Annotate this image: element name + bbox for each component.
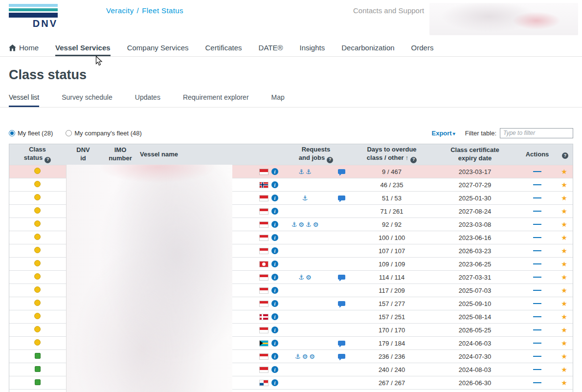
info-icon[interactable]: i: [271, 168, 278, 175]
gear-icon[interactable]: ⚙: [302, 353, 308, 360]
table-row[interactable]: i ⚓⚙⚓⚙ 92 / 92 2023-03-08 ★: [9, 218, 573, 231]
comment-icon[interactable]: [338, 301, 345, 306]
comment-icon[interactable]: [338, 354, 345, 359]
favorite-star-icon[interactable]: ★: [561, 366, 567, 373]
info-icon[interactable]: i: [271, 313, 278, 320]
column-header-dnv-id[interactable]: DNV id: [66, 146, 101, 163]
help-icon[interactable]: ?: [562, 152, 568, 159]
column-header-requests-jobs[interactable]: Requests and jobs?: [279, 146, 353, 163]
anchor-icon[interactable]: ⚓: [291, 221, 297, 228]
tab-requirement-explorer[interactable]: Requirement explorer: [183, 93, 249, 107]
favorite-star-icon[interactable]: ★: [561, 194, 567, 202]
favorite-star-icon[interactable]: ★: [561, 326, 567, 334]
contacts-and-support-link[interactable]: Contacts and Support: [353, 6, 424, 15]
actions-menu-icon[interactable]: [533, 316, 541, 317]
table-row[interactable]: i 100 / 100 2023-06-16 ★: [9, 231, 573, 244]
column-header-days-overdue[interactable]: Days to overdue class / other↑?: [353, 146, 431, 163]
table-row[interactable]: i 109 / 109 2023-06-25 ★: [9, 257, 573, 270]
nav-item-decarbonization[interactable]: Decarbonization: [341, 44, 394, 56]
table-row[interactable]: i 267 / 267 2026-06-30 ★: [9, 376, 573, 389]
tab-updates[interactable]: Updates: [135, 93, 160, 107]
tab-map[interactable]: Map: [271, 93, 285, 107]
column-header-vessel-name[interactable]: Vessel name: [140, 151, 233, 159]
nav-item-orders[interactable]: Orders: [411, 44, 434, 56]
favorite-star-icon[interactable]: ★: [561, 260, 567, 268]
info-icon[interactable]: i: [271, 340, 278, 347]
radio-company-fleet[interactable]: My company's fleet (48): [66, 130, 142, 137]
comment-icon[interactable]: [338, 196, 345, 200]
gear-icon[interactable]: ⚙: [309, 353, 315, 360]
info-icon[interactable]: i: [271, 300, 278, 307]
comment-icon[interactable]: [338, 341, 345, 346]
favorite-star-icon[interactable]: ★: [561, 247, 567, 255]
actions-menu-icon[interactable]: [533, 250, 541, 251]
actions-menu-icon[interactable]: [533, 211, 541, 212]
favorite-star-icon[interactable]: ★: [561, 352, 567, 360]
actions-menu-icon[interactable]: [533, 329, 541, 330]
favorite-star-icon[interactable]: ★: [561, 234, 567, 241]
info-icon[interactable]: i: [271, 234, 278, 241]
filter-input[interactable]: [500, 128, 573, 138]
table-row[interactable]: i 157 / 251 2025-08-14 ★: [9, 310, 573, 323]
table-row[interactable]: i 157 / 277 2025-09-10 ★: [9, 297, 573, 310]
gear-icon[interactable]: ⚙: [306, 274, 312, 281]
comment-icon[interactable]: [338, 169, 345, 174]
actions-menu-icon[interactable]: [533, 343, 541, 344]
favorite-star-icon[interactable]: ★: [561, 207, 567, 215]
actions-menu-icon[interactable]: [533, 382, 541, 383]
favorite-star-icon[interactable]: ★: [561, 168, 567, 175]
column-header-expiry-date[interactable]: Class certificate expiry date: [431, 146, 519, 163]
nav-item-company-services[interactable]: Company Services: [127, 44, 189, 56]
info-icon[interactable]: i: [271, 195, 278, 201]
table-row[interactable]: i 240 / 240 2024-08-03 ★: [9, 363, 573, 376]
info-icon[interactable]: i: [271, 208, 278, 215]
actions-menu-icon[interactable]: [533, 184, 541, 185]
favorite-star-icon[interactable]: ★: [561, 339, 567, 347]
table-row[interactable]: i 117 / 209 2025-07-03 ★: [9, 283, 573, 297]
sort-ascending-icon[interactable]: ↑: [405, 154, 409, 161]
gear-icon[interactable]: ⚙: [313, 221, 319, 228]
table-row[interactable]: i ⚓⚙ 114 / 114 2027-03-31 ★: [9, 270, 573, 283]
info-icon[interactable]: i: [271, 366, 278, 373]
breadcrumb-app[interactable]: Veracity: [106, 6, 134, 15]
nav-item-vessel-services[interactable]: Vessel Services: [55, 44, 111, 56]
table-row[interactable]: i 179 / 184 2024-06-03 ★: [9, 336, 573, 349]
table-row[interactable]: i ⚓⚙⚙ 236 / 236 2024-07-30 ★: [9, 349, 573, 363]
tab-survey-schedule[interactable]: Survey schedule: [62, 93, 112, 107]
table-row[interactable]: i 71 / 261 2027-08-24 ★: [9, 204, 573, 218]
info-icon[interactable]: i: [271, 247, 278, 254]
actions-menu-icon[interactable]: [533, 237, 541, 238]
favorite-star-icon[interactable]: ★: [561, 220, 567, 228]
nav-item-date[interactable]: DATE®: [259, 44, 283, 56]
favorite-star-icon[interactable]: ★: [561, 379, 567, 387]
info-icon[interactable]: i: [271, 287, 278, 294]
info-icon[interactable]: i: [271, 274, 278, 281]
actions-menu-icon[interactable]: [533, 224, 541, 225]
dnv-logo[interactable]: DNV: [9, 4, 58, 29]
column-header-class-status[interactable]: Class status?: [9, 146, 66, 163]
gear-icon[interactable]: ⚙: [298, 221, 304, 228]
anchor-icon[interactable]: ⚓: [298, 169, 304, 175]
help-icon[interactable]: ?: [45, 157, 51, 163]
table-row[interactable]: i ⚓⚓ 9 / 467 2023-03-17 ★: [9, 165, 573, 178]
actions-menu-icon[interactable]: [533, 197, 541, 198]
actions-menu-icon[interactable]: [533, 171, 541, 172]
anchor-icon[interactable]: ⚓: [302, 195, 308, 201]
table-row[interactable]: ★: [9, 389, 573, 392]
info-icon[interactable]: i: [271, 221, 278, 228]
table-row[interactable]: i ⚓ 51 / 53 2025-01-30 ★: [9, 191, 573, 204]
export-button[interactable]: Export▾: [431, 130, 455, 137]
actions-menu-icon[interactable]: [533, 290, 541, 291]
nav-item-insights[interactable]: Insights: [300, 44, 325, 56]
tab-vessel-list[interactable]: Vessel list: [9, 93, 39, 107]
radio-my-fleet[interactable]: My fleet (28): [9, 130, 53, 137]
breadcrumb-page[interactable]: Fleet Status: [142, 6, 183, 15]
column-header-imo-number[interactable]: IMO number: [101, 146, 140, 163]
favorite-star-icon[interactable]: ★: [561, 181, 567, 189]
info-icon[interactable]: i: [271, 261, 278, 267]
comment-icon[interactable]: [338, 275, 345, 280]
actions-menu-icon[interactable]: [533, 263, 541, 264]
actions-menu-icon[interactable]: [533, 356, 541, 357]
favorite-star-icon[interactable]: ★: [561, 300, 567, 307]
anchor-icon[interactable]: ⚓: [295, 353, 301, 360]
